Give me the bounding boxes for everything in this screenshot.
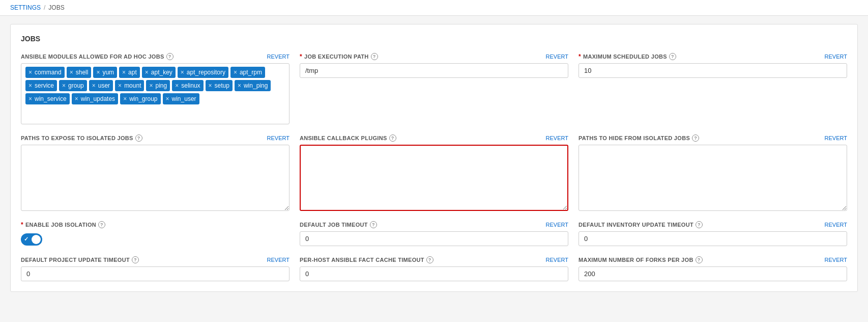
enable-job-isolation-label-row: * ENABLE JOB ISOLATION ?	[21, 221, 290, 228]
per-host-ansible-fact-cache-input[interactable]	[300, 266, 568, 281]
tag-item: ×user	[89, 80, 113, 91]
tag-remove-icon[interactable]: ×	[238, 83, 241, 89]
tag-remove-icon[interactable]: ×	[96, 69, 100, 75]
per-host-ansible-fact-cache-group: PER-HOST ANSIBLE FACT CACHE TIMEOUT ? RE…	[300, 256, 568, 281]
default-job-timeout-help-icon[interactable]: ?	[370, 221, 377, 228]
form-row-3: * ENABLE JOB ISOLATION ? ✓	[21, 221, 847, 246]
default-job-timeout-revert[interactable]: REVERT	[546, 222, 568, 228]
ansible-callback-plugins-label: ANSIBLE CALLBACK PLUGINS ?	[300, 135, 396, 142]
tag-item: ×service	[25, 80, 57, 91]
job-execution-path-help-icon[interactable]: ?	[371, 53, 378, 60]
tag-item: ×setup	[206, 80, 233, 91]
tag-remove-icon[interactable]: ×	[209, 83, 212, 89]
maximum-scheduled-jobs-revert[interactable]: REVERT	[825, 53, 847, 60]
paths-to-hide-revert[interactable]: REVERT	[825, 135, 847, 141]
maximum-forks-label: MAXIMUM NUMBER OF FORKS PER JOB ?	[578, 256, 703, 263]
default-job-timeout-label: DEFAULT JOB TIMEOUT ?	[300, 221, 377, 228]
job-execution-path-label-row: * JOB EXECUTION PATH ? REVERT	[300, 53, 568, 60]
ansible-callback-plugins-help-icon[interactable]: ?	[389, 135, 396, 142]
ansible-modules-help-icon[interactable]: ?	[166, 53, 173, 60]
per-host-ansible-fact-cache-revert[interactable]: REVERT	[546, 257, 568, 263]
required-star-3: *	[21, 221, 23, 228]
breadcrumb: SETTINGS / JOBS	[0, 0, 868, 16]
tag-remove-icon[interactable]: ×	[70, 69, 73, 75]
paths-to-hide-label: PATHS TO HIDE FROM ISOLATED JOBS ?	[578, 135, 699, 142]
ansible-modules-label: ANSIBLE MODULES ALLOWED FOR AD HOC JOBS …	[21, 53, 173, 60]
default-project-update-timeout-help-icon[interactable]: ?	[132, 256, 139, 263]
tag-item: ×apt_key	[142, 67, 176, 78]
settings-link[interactable]: SETTINGS	[10, 4, 41, 11]
tag-label: shell	[76, 69, 89, 76]
tag-remove-icon[interactable]: ×	[28, 96, 32, 102]
tag-remove-icon[interactable]: ×	[123, 96, 127, 102]
ansible-callback-plugins-textarea[interactable]	[300, 145, 568, 211]
maximum-forks-input[interactable]	[578, 266, 847, 281]
per-host-ansible-fact-cache-label-row: PER-HOST ANSIBLE FACT CACHE TIMEOUT ? RE…	[300, 256, 568, 263]
tag-remove-icon[interactable]: ×	[28, 69, 32, 75]
per-host-ansible-fact-cache-help-icon[interactable]: ?	[426, 256, 433, 263]
enable-job-isolation-help-icon[interactable]: ?	[98, 221, 105, 228]
ansible-callback-plugins-label-row: ANSIBLE CALLBACK PLUGINS ? REVERT	[300, 135, 568, 142]
tag-remove-icon[interactable]: ×	[75, 96, 78, 102]
default-job-timeout-input[interactable]	[300, 231, 568, 246]
tag-remove-icon[interactable]: ×	[145, 69, 149, 75]
tag-label: user	[98, 82, 110, 89]
tag-remove-icon[interactable]: ×	[118, 83, 122, 89]
default-inventory-update-timeout-input[interactable]	[578, 231, 847, 246]
ansible-callback-plugins-revert[interactable]: REVERT	[546, 135, 568, 141]
form-row-4: DEFAULT PROJECT UPDATE TIMEOUT ? REVERT …	[21, 256, 847, 281]
paths-to-hide-textarea[interactable]	[578, 145, 847, 211]
tag-remove-icon[interactable]: ×	[92, 83, 96, 89]
tag-item: ×win_group	[120, 93, 160, 104]
enable-job-isolation-group: * ENABLE JOB ISOLATION ? ✓	[21, 221, 290, 246]
job-execution-path-input[interactable]	[300, 63, 568, 78]
default-project-update-timeout-group: DEFAULT PROJECT UPDATE TIMEOUT ? REVERT	[21, 256, 290, 281]
ansible-modules-tags[interactable]: ×command×shell×yum×apt×apt_key×apt_repos…	[21, 63, 290, 124]
tag-item: ×win_user	[163, 93, 199, 104]
tag-remove-icon[interactable]: ×	[28, 83, 32, 89]
tag-label: command	[35, 69, 62, 76]
tag-remove-icon[interactable]: ×	[166, 96, 169, 102]
tag-remove-icon[interactable]: ×	[122, 69, 126, 75]
default-project-update-timeout-label-row: DEFAULT PROJECT UPDATE TIMEOUT ? REVERT	[21, 256, 290, 263]
default-inventory-update-timeout-revert[interactable]: REVERT	[825, 222, 847, 228]
tag-item: ×win_ping	[235, 80, 271, 91]
default-project-update-timeout-revert[interactable]: REVERT	[267, 257, 290, 263]
tag-remove-icon[interactable]: ×	[181, 69, 184, 75]
default-inventory-update-timeout-label: DEFAULT INVENTORY UPDATE TIMEOUT ?	[578, 221, 703, 228]
required-star-2: *	[578, 53, 581, 60]
main-content: JOBS ANSIBLE MODULES ALLOWED FOR AD HOC …	[0, 16, 868, 300]
default-inventory-update-timeout-label-row: DEFAULT INVENTORY UPDATE TIMEOUT ? REVER…	[578, 221, 847, 228]
enable-job-isolation-label: * ENABLE JOB ISOLATION ?	[21, 221, 105, 228]
maximum-forks-revert[interactable]: REVERT	[825, 257, 847, 263]
default-project-update-timeout-input[interactable]	[21, 266, 290, 281]
maximum-scheduled-jobs-label-row: * MAXIMUM SCHEDULED JOBS ? REVERT	[578, 53, 847, 60]
maximum-scheduled-jobs-input[interactable]	[578, 63, 847, 78]
tag-item: ×win_updates	[72, 93, 118, 104]
paths-to-expose-label: PATHS TO EXPOSE TO ISOLATED JOBS ?	[21, 135, 142, 142]
paths-to-expose-help-icon[interactable]: ?	[135, 135, 142, 142]
job-execution-path-revert[interactable]: REVERT	[546, 53, 568, 60]
tag-label: apt_key	[151, 69, 172, 76]
maximum-scheduled-jobs-help-icon[interactable]: ?	[669, 53, 676, 60]
job-execution-path-group: * JOB EXECUTION PATH ? REVERT	[300, 53, 568, 124]
tag-item: ×command	[25, 67, 65, 78]
tag-remove-icon[interactable]: ×	[62, 83, 66, 89]
tag-label: win_service	[35, 95, 67, 102]
default-job-timeout-group: DEFAULT JOB TIMEOUT ? REVERT	[300, 221, 568, 246]
default-inventory-update-timeout-help-icon[interactable]: ?	[696, 221, 703, 228]
enable-job-isolation-toggle[interactable]: ✓	[21, 233, 42, 246]
tag-remove-icon[interactable]: ×	[149, 83, 153, 89]
ansible-modules-revert[interactable]: REVERT	[267, 53, 290, 60]
toggle-track: ✓	[21, 233, 42, 246]
tag-remove-icon[interactable]: ×	[175, 83, 179, 89]
maximum-forks-help-icon[interactable]: ?	[696, 256, 703, 263]
tag-remove-icon[interactable]: ×	[234, 69, 237, 75]
tag-label: win_group	[129, 95, 157, 102]
tag-label: ping	[156, 82, 167, 89]
tag-item: ×apt_rpm	[230, 67, 265, 78]
paths-to-hide-help-icon[interactable]: ?	[692, 135, 699, 142]
ansible-modules-group: ANSIBLE MODULES ALLOWED FOR AD HOC JOBS …	[21, 53, 290, 124]
paths-to-expose-textarea[interactable]	[21, 145, 290, 211]
paths-to-expose-revert[interactable]: REVERT	[267, 135, 290, 141]
